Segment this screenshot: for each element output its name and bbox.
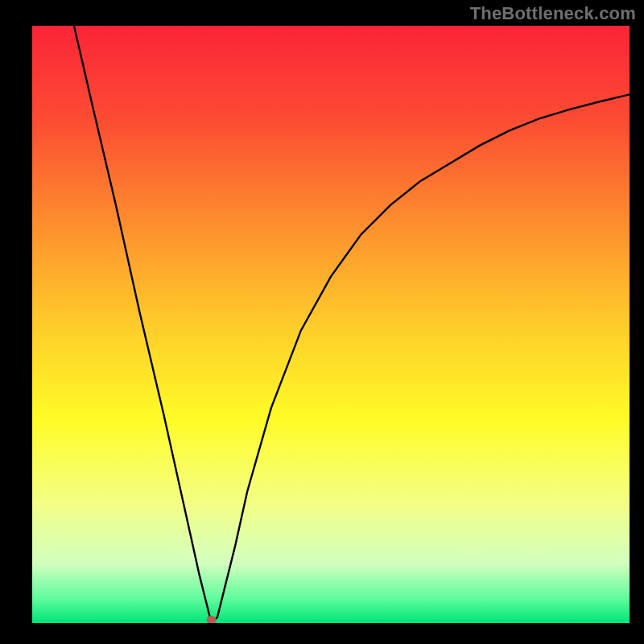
bottleneck-chart bbox=[32, 26, 630, 623]
plot-background bbox=[32, 26, 630, 623]
chart-frame: TheBottleneck.com bbox=[0, 0, 644, 644]
attribution-label: TheBottleneck.com bbox=[470, 3, 636, 24]
